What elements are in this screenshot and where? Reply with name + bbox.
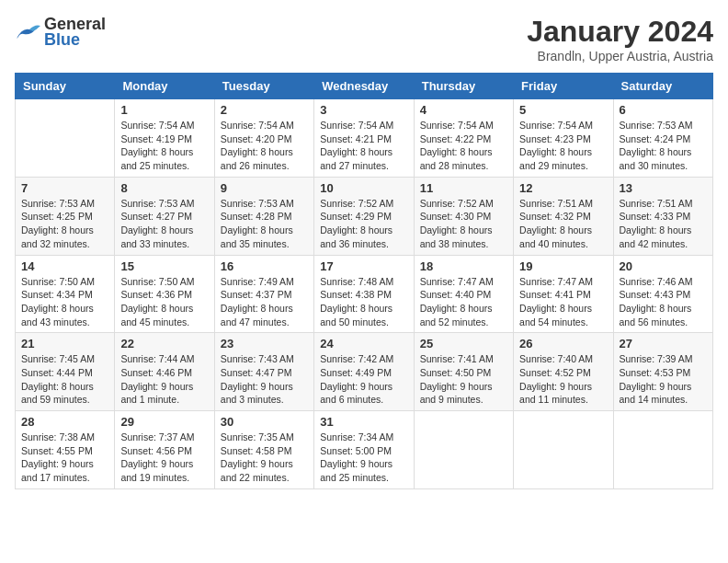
- calendar-cell: 29Sunrise: 7:37 AMSunset: 4:56 PMDayligh…: [115, 411, 214, 489]
- day-info: Sunrise: 7:48 AMSunset: 4:38 PMDaylight:…: [320, 275, 407, 329]
- day-number: 20: [620, 259, 707, 273]
- day-info: Sunrise: 7:46 AMSunset: 4:43 PMDaylight:…: [620, 275, 707, 329]
- weekday-header-tuesday: Tuesday: [214, 74, 313, 99]
- day-number: 10: [320, 181, 407, 195]
- day-number: 30: [221, 415, 308, 429]
- calendar-cell: 28Sunrise: 7:38 AMSunset: 4:55 PMDayligh…: [16, 411, 115, 489]
- day-number: 6: [620, 103, 707, 117]
- weekday-header-sunday: Sunday: [16, 74, 115, 99]
- day-info: Sunrise: 7:52 AMSunset: 4:30 PMDaylight:…: [420, 197, 507, 251]
- calendar-cell: 21Sunrise: 7:45 AMSunset: 4:44 PMDayligh…: [16, 333, 115, 411]
- logo-bird-icon: [15, 22, 40, 42]
- day-info: Sunrise: 7:42 AMSunset: 4:49 PMDaylight:…: [320, 352, 407, 407]
- month-title: January 2024: [527, 15, 713, 49]
- calendar-cell: 4Sunrise: 7:54 AMSunset: 4:22 PMDaylight…: [414, 99, 513, 178]
- day-info: Sunrise: 7:51 AMSunset: 4:33 PMDaylight:…: [620, 197, 707, 251]
- calendar-week-row: 21Sunrise: 7:45 AMSunset: 4:44 PMDayligh…: [16, 333, 713, 411]
- day-info: Sunrise: 7:52 AMSunset: 4:29 PMDaylight:…: [320, 197, 407, 251]
- calendar-cell: 7Sunrise: 7:53 AMSunset: 4:25 PMDaylight…: [16, 177, 115, 255]
- calendar-cell: 27Sunrise: 7:39 AMSunset: 4:53 PMDayligh…: [613, 333, 712, 411]
- calendar-cell: 24Sunrise: 7:42 AMSunset: 4:49 PMDayligh…: [314, 333, 414, 411]
- calendar-cell: 1Sunrise: 7:54 AMSunset: 4:19 PMDaylight…: [115, 99, 214, 178]
- calendar-cell: 26Sunrise: 7:40 AMSunset: 4:52 PMDayligh…: [514, 333, 613, 411]
- calendar-cell: 9Sunrise: 7:53 AMSunset: 4:28 PMDaylight…: [214, 177, 313, 255]
- day-number: 13: [620, 181, 707, 195]
- calendar-cell: 20Sunrise: 7:46 AMSunset: 4:43 PMDayligh…: [613, 255, 712, 333]
- day-info: Sunrise: 7:34 AMSunset: 5:00 PMDaylight:…: [320, 431, 407, 485]
- calendar-cell: 16Sunrise: 7:49 AMSunset: 4:37 PMDayligh…: [214, 255, 313, 333]
- day-info: Sunrise: 7:54 AMSunset: 4:19 PMDaylight:…: [120, 119, 208, 173]
- day-number: 9: [221, 181, 308, 195]
- day-number: 24: [320, 337, 407, 350]
- calendar-cell: 30Sunrise: 7:35 AMSunset: 4:58 PMDayligh…: [214, 411, 313, 489]
- day-number: 7: [21, 181, 108, 195]
- day-number: 3: [320, 103, 407, 117]
- day-number: 18: [420, 259, 507, 273]
- day-number: 16: [221, 259, 308, 273]
- day-number: 26: [519, 337, 607, 350]
- calendar-cell: 18Sunrise: 7:47 AMSunset: 4:40 PMDayligh…: [414, 255, 513, 333]
- calendar-title-area: January 2024 Brandln, Upper Austria, Aus…: [527, 15, 713, 63]
- day-number: 27: [620, 337, 707, 350]
- calendar-cell: 3Sunrise: 7:54 AMSunset: 4:21 PMDaylight…: [314, 99, 414, 178]
- weekday-header-wednesday: Wednesday: [314, 74, 414, 99]
- day-number: 28: [21, 415, 108, 429]
- weekday-header-saturday: Saturday: [613, 74, 712, 99]
- day-number: 31: [320, 415, 407, 429]
- day-number: 11: [420, 181, 507, 195]
- day-number: 12: [519, 181, 607, 195]
- weekday-header-friday: Friday: [514, 74, 613, 99]
- day-info: Sunrise: 7:53 AMSunset: 4:28 PMDaylight:…: [221, 197, 308, 251]
- logo-blue-text: Blue: [44, 30, 106, 50]
- page-header: General Blue January 2024 Brandln, Upper…: [15, 15, 713, 63]
- calendar-cell: 10Sunrise: 7:52 AMSunset: 4:29 PMDayligh…: [314, 177, 414, 255]
- calendar-cell: 17Sunrise: 7:48 AMSunset: 4:38 PMDayligh…: [314, 255, 414, 333]
- day-number: 1: [120, 103, 208, 117]
- calendar-cell: [613, 411, 712, 489]
- day-info: Sunrise: 7:38 AMSunset: 4:55 PMDaylight:…: [21, 431, 108, 485]
- calendar-cell: 2Sunrise: 7:54 AMSunset: 4:20 PMDaylight…: [214, 99, 313, 178]
- day-info: Sunrise: 7:54 AMSunset: 4:21 PMDaylight:…: [320, 119, 407, 173]
- day-info: Sunrise: 7:50 AMSunset: 4:36 PMDaylight:…: [120, 275, 208, 329]
- calendar-cell: 11Sunrise: 7:52 AMSunset: 4:30 PMDayligh…: [414, 177, 513, 255]
- day-info: Sunrise: 7:40 AMSunset: 4:52 PMDaylight:…: [519, 352, 607, 407]
- day-number: 22: [120, 337, 208, 350]
- day-info: Sunrise: 7:53 AMSunset: 4:24 PMDaylight:…: [620, 119, 707, 173]
- day-info: Sunrise: 7:47 AMSunset: 4:40 PMDaylight:…: [420, 275, 507, 329]
- day-info: Sunrise: 7:35 AMSunset: 4:58 PMDaylight:…: [221, 431, 308, 485]
- day-number: 15: [120, 259, 208, 273]
- calendar-cell: [514, 411, 613, 489]
- calendar-week-row: 1Sunrise: 7:54 AMSunset: 4:19 PMDaylight…: [16, 99, 713, 178]
- calendar-cell: 22Sunrise: 7:44 AMSunset: 4:46 PMDayligh…: [115, 333, 214, 411]
- day-info: Sunrise: 7:37 AMSunset: 4:56 PMDaylight:…: [120, 431, 208, 485]
- calendar-cell: 6Sunrise: 7:53 AMSunset: 4:24 PMDaylight…: [613, 99, 712, 178]
- day-number: 4: [420, 103, 507, 117]
- day-number: 14: [21, 259, 108, 273]
- day-number: 5: [519, 103, 607, 117]
- calendar-cell: 5Sunrise: 7:54 AMSunset: 4:23 PMDaylight…: [514, 99, 613, 178]
- day-info: Sunrise: 7:50 AMSunset: 4:34 PMDaylight:…: [21, 275, 108, 329]
- weekday-header-row: SundayMondayTuesdayWednesdayThursdayFrid…: [16, 74, 713, 99]
- calendar-cell: 15Sunrise: 7:50 AMSunset: 4:36 PMDayligh…: [115, 255, 214, 333]
- day-info: Sunrise: 7:53 AMSunset: 4:25 PMDaylight:…: [21, 197, 108, 251]
- calendar-cell: 25Sunrise: 7:41 AMSunset: 4:50 PMDayligh…: [414, 333, 513, 411]
- calendar-cell: 31Sunrise: 7:34 AMSunset: 5:00 PMDayligh…: [314, 411, 414, 489]
- calendar-cell: 8Sunrise: 7:53 AMSunset: 4:27 PMDaylight…: [115, 177, 214, 255]
- day-info: Sunrise: 7:54 AMSunset: 4:23 PMDaylight:…: [519, 119, 607, 173]
- day-info: Sunrise: 7:41 AMSunset: 4:50 PMDaylight:…: [420, 352, 507, 407]
- day-info: Sunrise: 7:49 AMSunset: 4:37 PMDaylight:…: [221, 275, 308, 329]
- day-number: 8: [120, 181, 208, 195]
- calendar-week-row: 28Sunrise: 7:38 AMSunset: 4:55 PMDayligh…: [16, 411, 713, 489]
- day-info: Sunrise: 7:43 AMSunset: 4:47 PMDaylight:…: [221, 352, 308, 407]
- day-info: Sunrise: 7:54 AMSunset: 4:22 PMDaylight:…: [420, 119, 507, 173]
- day-number: 21: [21, 337, 108, 350]
- calendar-week-row: 14Sunrise: 7:50 AMSunset: 4:34 PMDayligh…: [16, 255, 713, 333]
- day-info: Sunrise: 7:45 AMSunset: 4:44 PMDaylight:…: [21, 352, 108, 407]
- weekday-header-thursday: Thursday: [414, 74, 513, 99]
- calendar-cell: 14Sunrise: 7:50 AMSunset: 4:34 PMDayligh…: [16, 255, 115, 333]
- day-number: 23: [221, 337, 308, 350]
- calendar-cell: 19Sunrise: 7:47 AMSunset: 4:41 PMDayligh…: [514, 255, 613, 333]
- calendar-cell: [414, 411, 513, 489]
- weekday-header-monday: Monday: [115, 74, 214, 99]
- day-info: Sunrise: 7:51 AMSunset: 4:32 PMDaylight:…: [519, 197, 607, 251]
